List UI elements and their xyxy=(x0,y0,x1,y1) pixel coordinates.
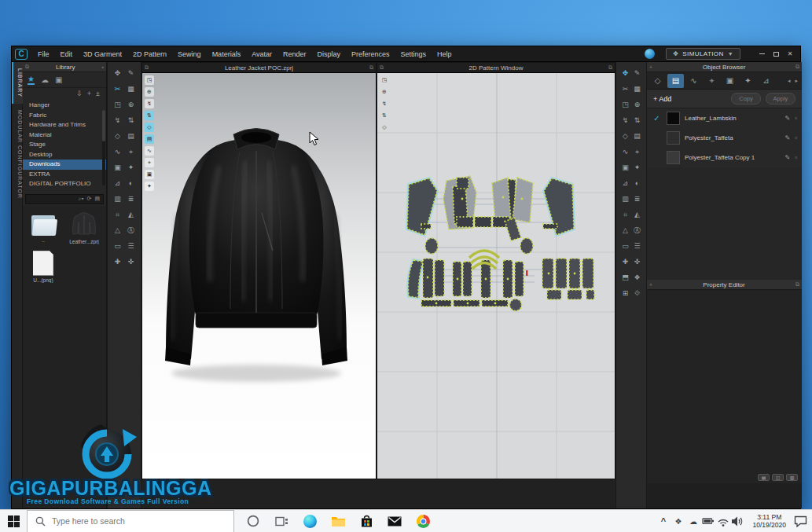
object-browser-tab-topstitch[interactable]: ▣ xyxy=(722,74,738,88)
tool-icon[interactable]: ▣ xyxy=(111,163,124,172)
panel-menu-icon[interactable]: ⧉ xyxy=(606,64,615,71)
add-panel-icon[interactable]: + xyxy=(647,282,655,288)
object-browser-tab-fabric[interactable]: ▤ xyxy=(667,74,684,88)
tool-icon[interactable]: ⊕ xyxy=(631,101,643,109)
download-icon[interactable]: ⇩ xyxy=(76,90,83,97)
tool-icon[interactable]: ☰ xyxy=(631,242,643,251)
panel-menu-icon[interactable]: ▪ xyxy=(100,64,106,70)
edit-icon[interactable]: ✎ xyxy=(784,154,790,161)
tool-icon[interactable]: ✂ xyxy=(619,85,631,94)
tool-icon[interactable]: ◳ xyxy=(619,101,631,109)
action-center-icon[interactable] xyxy=(794,510,807,532)
tool-icon[interactable]: ◐ xyxy=(124,179,138,188)
task-view-icon[interactable] xyxy=(267,510,296,532)
viewport-tool-icon[interactable]: ◇ xyxy=(380,123,389,132)
view-mode-icon[interactable]: ▤ xyxy=(94,196,100,202)
chrome-icon[interactable] xyxy=(409,510,437,532)
fabric-row-polyester-taffeta-copy-1[interactable]: Polyester_Taffeta Copy 1✎▫ xyxy=(647,148,802,167)
tool-icon[interactable]: ▣ xyxy=(619,163,631,172)
tool-icon[interactable]: ∿ xyxy=(111,148,124,156)
dock-tab-library[interactable]: LIBRARY xyxy=(12,62,23,104)
viewport-tool-icon[interactable]: ↯ xyxy=(380,99,389,108)
detach-panel-icon[interactable]: ⧉ xyxy=(23,64,31,70)
library-item-material[interactable]: Material xyxy=(23,130,106,141)
library-item-extra[interactable]: EXTRA xyxy=(23,170,106,180)
tool-icon[interactable]: ❖ xyxy=(631,273,643,282)
tool-icon[interactable]: ✎ xyxy=(124,69,138,78)
tool-icon[interactable]: ⇅ xyxy=(631,116,643,125)
library-item-stage[interactable]: Stage xyxy=(23,140,106,150)
viewport-tool-icon[interactable]: ▤ xyxy=(145,134,154,144)
tool-icon[interactable]: ⊿ xyxy=(111,179,124,188)
menu-item-3d-garment[interactable]: 3D Garment xyxy=(78,50,127,58)
tool-icon[interactable]: ≣ xyxy=(124,195,138,204)
library-scrollbar[interactable] xyxy=(102,110,105,185)
viewport-tool-icon[interactable]: ⇅ xyxy=(145,111,154,120)
tool-icon[interactable]: ≣ xyxy=(631,195,643,204)
tool-icon[interactable]: ▦ xyxy=(124,85,138,94)
fabric-swatch[interactable] xyxy=(667,131,680,145)
layout-option-icon[interactable]: ▥ xyxy=(786,474,798,481)
fabric-row-polyester-taffeta[interactable]: Polyester_Taffeta✎▫ xyxy=(647,128,802,148)
tool-icon[interactable]: ✜ xyxy=(124,258,138,266)
viewport-tool-icon[interactable]: ✦ xyxy=(145,182,154,191)
library-search[interactable]: ⌕▾ ⟳ ▤ xyxy=(25,194,104,204)
object-browser-tab-stitch[interactable]: ✦ xyxy=(740,74,756,88)
tool-icon[interactable]: △ xyxy=(619,226,631,235)
viewport-tool-icon[interactable]: ◇ xyxy=(145,123,154,132)
viewport-tool-icon[interactable]: ⊕ xyxy=(145,87,154,97)
viewport-2d-canvas[interactable]: ◳⊕↯⇅◇ xyxy=(377,73,615,479)
viewport-3d-canvas[interactable]: ◳⊕↯⇅◇▤∿⌖▣✦ xyxy=(142,73,376,479)
volume-icon[interactable] xyxy=(731,510,744,532)
start-button[interactable] xyxy=(0,510,27,532)
close-button[interactable]: ✕ xyxy=(783,49,797,60)
tool-icon[interactable]: ✚ xyxy=(619,258,631,266)
viewport-tool-icon[interactable]: ⇅ xyxy=(380,111,389,120)
menu-item-edit[interactable]: Edit xyxy=(55,50,79,58)
add-panel-icon[interactable]: + xyxy=(647,64,655,70)
file-tile-garment[interactable]: Leather...zprj xyxy=(67,211,101,244)
menu-item-sewing[interactable]: Sewing xyxy=(172,50,207,58)
clo-logo-icon[interactable]: C xyxy=(15,49,28,60)
cloud-icon[interactable]: ☁ xyxy=(41,75,49,84)
refresh-icon[interactable]: ⟳ xyxy=(87,196,92,202)
tool-icon[interactable]: ✎ xyxy=(631,69,643,78)
minimize-button[interactable] xyxy=(755,49,769,60)
tool-icon[interactable]: ⇅ xyxy=(124,116,138,125)
viewport-tool-icon[interactable]: ⊕ xyxy=(380,87,389,97)
edge-icon[interactable] xyxy=(296,510,324,532)
archive-box-icon[interactable]: ▣ xyxy=(55,75,62,84)
tool-icon[interactable]: ⌗ xyxy=(111,211,124,219)
add-remove-icon[interactable]: ± xyxy=(96,90,100,97)
menu-item-render[interactable]: Render xyxy=(277,50,312,58)
tool-icon[interactable]: ▥ xyxy=(111,195,124,204)
tool-icon[interactable]: ✚ xyxy=(111,258,124,266)
detach-panel-icon[interactable]: ⧉ xyxy=(793,281,802,288)
tool-icon[interactable]: ↯ xyxy=(619,116,631,125)
layout-option-icon[interactable]: ▤ xyxy=(758,474,770,481)
delete-icon[interactable]: ▫ xyxy=(795,115,797,122)
viewport-tool-icon[interactable]: ∿ xyxy=(145,146,154,156)
tool-icon[interactable]: ∿ xyxy=(619,148,631,156)
object-browser-tab-trim[interactable]: ∿ xyxy=(685,74,702,88)
tool-icon[interactable]: ⌖ xyxy=(124,148,138,156)
edit-icon[interactable]: ✎ xyxy=(784,134,790,141)
viewport-tool-icon[interactable]: ◳ xyxy=(145,75,154,85)
tool-icon[interactable]: ⌖ xyxy=(631,148,643,156)
tool-icon[interactable]: ◐ xyxy=(631,179,643,188)
add-fabric-button[interactable]: + Add xyxy=(653,95,671,103)
file-explorer-icon[interactable] xyxy=(324,510,352,532)
tool-icon[interactable]: ▭ xyxy=(619,242,631,251)
tool-icon[interactable]: △ xyxy=(111,226,124,235)
tool-icon[interactable]: ▥ xyxy=(619,195,631,204)
clo-cloud-icon[interactable] xyxy=(645,49,655,59)
viewport-2d[interactable]: ⧉ 2D Pattern Window ⧉ ◳⊕↯⇅◇ xyxy=(377,62,615,479)
library-item-hanger[interactable]: Hanger xyxy=(23,101,106,111)
menu-item-help[interactable]: Help xyxy=(432,50,457,58)
cortana-icon[interactable] xyxy=(239,510,267,532)
search-input[interactable] xyxy=(52,516,209,526)
object-browser-tab-button[interactable]: ⌖ xyxy=(704,74,720,88)
layout-option-icon[interactable]: ◫ xyxy=(772,474,784,481)
tool-icon[interactable]: Ⓐ xyxy=(124,226,138,235)
menu-item-settings[interactable]: Settings xyxy=(395,50,432,58)
